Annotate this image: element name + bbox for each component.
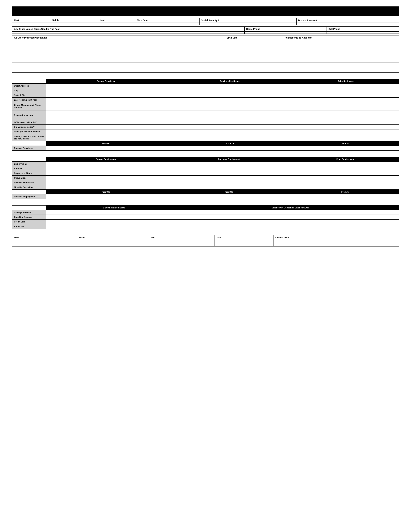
input-prior-asked-move[interactable] <box>293 129 399 134</box>
input-license[interactable] <box>274 240 399 246</box>
input-other-names[interactable] <box>12 31 244 34</box>
input-current-emp-dates[interactable] <box>46 194 166 199</box>
label-last-rent: Last Rent Amount Paid <box>12 97 46 102</box>
input-current-reason[interactable] <box>46 110 166 120</box>
input-auto-bank[interactable] <box>46 224 182 229</box>
col-current-dates-header: From/To <box>46 141 166 146</box>
input-current-owner[interactable] <box>46 102 166 110</box>
input-previous-supervisor[interactable] <box>166 180 292 185</box>
label-give-notice: Did you give notice? <box>12 125 46 129</box>
input-occupants2[interactable] <box>12 53 225 63</box>
input-model[interactable] <box>77 240 148 246</box>
input-previous-emp-phone[interactable] <box>166 171 292 176</box>
input-savings-bank[interactable] <box>46 210 182 215</box>
col-occupants: All Other Proposed Occupants <box>12 35 225 40</box>
input-prior-occupation[interactable] <box>292 176 399 180</box>
input-previous-rent-paid[interactable] <box>166 120 293 125</box>
input-current-city[interactable] <box>46 88 166 93</box>
input-make[interactable] <box>12 240 77 246</box>
input-previous-notice[interactable] <box>166 125 293 129</box>
input-prior-emp-phone[interactable] <box>292 171 399 176</box>
input-prior-street[interactable] <box>293 84 399 88</box>
input-previous-asked-move[interactable] <box>166 129 293 134</box>
input-current-supervisor[interactable] <box>46 180 166 185</box>
input-occupants[interactable] <box>12 40 225 53</box>
input-current-occupation[interactable] <box>46 176 166 180</box>
input-previous-city[interactable] <box>166 88 293 93</box>
input-cell-phone[interactable] <box>327 31 399 34</box>
input-previous-reason[interactable] <box>166 110 293 120</box>
input-current-emp-address[interactable] <box>46 166 166 171</box>
input-checking-balance[interactable] <box>182 215 399 219</box>
input-current-employer[interactable] <box>46 162 166 166</box>
input-prior-emp-dates[interactable] <box>292 194 399 199</box>
input-current-street[interactable] <box>46 84 166 88</box>
input-prior-dates[interactable] <box>293 146 399 150</box>
input-credit-bank[interactable] <box>46 219 182 224</box>
input-dl[interactable] <box>296 23 399 25</box>
input-prior-supervisor[interactable] <box>292 180 399 185</box>
input-prior-state-zip[interactable] <box>293 93 399 97</box>
input-previous-gross-pay[interactable] <box>166 185 292 190</box>
input-current-emp-phone[interactable] <box>46 171 166 176</box>
input-occupants-birth[interactable] <box>225 40 283 53</box>
col-other-names: Any Other Names You've Used In The Past <box>12 27 244 31</box>
input-prior-owner[interactable] <box>293 102 399 110</box>
input-current-state-zip[interactable] <box>46 93 166 97</box>
other-names-table: Any Other Names You've Used In The Past … <box>12 27 399 34</box>
input-previous-street[interactable] <box>166 84 293 88</box>
input-auto-balance[interactable] <box>182 224 399 229</box>
input-savings-balance[interactable] <box>182 210 399 215</box>
input-occupants-birth2[interactable] <box>225 53 283 63</box>
input-ssn[interactable] <box>199 23 296 25</box>
col-prior-dates-header: From/To <box>293 141 399 146</box>
col-previous-emp-dates-header: From/To <box>166 190 292 194</box>
input-credit-balance[interactable] <box>182 219 399 224</box>
label-city: City <box>12 88 46 93</box>
input-prior-notice[interactable] <box>293 125 399 129</box>
input-previous-state-zip[interactable] <box>166 93 293 97</box>
input-occupants3[interactable] <box>12 63 225 72</box>
input-prior-emp-address[interactable] <box>292 166 399 171</box>
input-previous-dates[interactable] <box>166 146 293 150</box>
spacer5 <box>12 248 399 253</box>
input-previous-utilities[interactable] <box>166 134 293 141</box>
input-middle[interactable] <box>50 23 98 25</box>
input-last[interactable] <box>98 23 135 25</box>
input-previous-owner[interactable] <box>166 102 293 110</box>
input-occupants-relationship[interactable] <box>283 40 399 53</box>
input-prior-rent-paid[interactable] <box>293 120 399 125</box>
input-current-asked-move[interactable] <box>46 129 166 134</box>
col-cell-phone: Cell Phone <box>327 27 399 31</box>
input-previous-employer[interactable] <box>166 162 292 166</box>
input-occupants-relationship3[interactable] <box>283 63 399 72</box>
input-checking-bank[interactable] <box>46 215 182 219</box>
input-first[interactable] <box>12 23 50 25</box>
input-current-utilities[interactable] <box>46 134 166 141</box>
input-home-phone[interactable] <box>244 31 327 34</box>
input-current-rent-paid[interactable] <box>46 120 166 125</box>
input-prior-city[interactable] <box>293 88 399 93</box>
input-current-gross-pay[interactable] <box>46 185 166 190</box>
label-monthly-gross-pay: Monthly Gross Pay <box>12 185 46 190</box>
input-prior-utilities[interactable] <box>293 134 399 141</box>
input-prior-last-rent[interactable] <box>293 97 399 102</box>
input-birth-date[interactable] <box>135 23 199 25</box>
input-occupants-birth3[interactable] <box>225 63 283 72</box>
col-last: Last <box>98 18 135 23</box>
input-current-notice[interactable] <box>46 125 166 129</box>
input-previous-emp-dates[interactable] <box>166 194 292 199</box>
input-year[interactable] <box>215 240 274 246</box>
input-prior-gross-pay[interactable] <box>292 185 399 190</box>
input-color[interactable] <box>148 240 215 246</box>
vehicle-table: Make Model Color Year License Plate <box>12 235 399 247</box>
input-prior-reason[interactable] <box>293 110 399 120</box>
input-current-last-rent[interactable] <box>46 97 166 102</box>
input-previous-emp-address[interactable] <box>166 166 292 171</box>
input-previous-last-rent[interactable] <box>166 97 293 102</box>
input-current-dates[interactable] <box>46 146 166 150</box>
input-prior-employer[interactable] <box>292 162 399 166</box>
input-occupants-relationship2[interactable] <box>283 53 399 63</box>
input-previous-occupation[interactable] <box>166 176 292 180</box>
spacer4 <box>12 230 399 235</box>
